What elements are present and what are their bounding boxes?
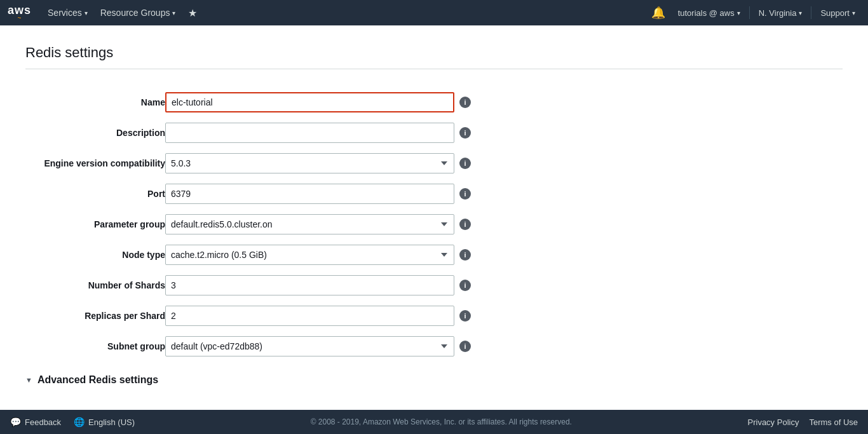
num-shards-label: Number of Shards bbox=[25, 270, 165, 301]
nav-right-section: 🔔 tutorials @ aws ▾ N. Virginia ▾ Suppor… bbox=[646, 6, 860, 20]
num-shards-field-container: i bbox=[165, 275, 843, 295]
nav-divider-2 bbox=[811, 6, 811, 19]
bell-icon[interactable]: 🔔 bbox=[646, 6, 670, 20]
parameter-group-info-icon[interactable]: i bbox=[459, 219, 471, 230]
region-menu[interactable]: N. Virginia ▾ bbox=[754, 8, 808, 18]
description-label: Description bbox=[25, 118, 165, 148]
name-input[interactable] bbox=[165, 92, 454, 112]
port-field-container: i bbox=[165, 184, 843, 204]
engine-version-row: Engine version compatibility 5.0.3 i bbox=[25, 148, 843, 179]
feedback-label: Feedback bbox=[25, 417, 61, 427]
nav-divider-1 bbox=[749, 6, 750, 19]
node-type-select[interactable]: cache.t2.micro (0.5 GiB) bbox=[165, 245, 454, 265]
name-field-container: i bbox=[165, 92, 843, 112]
parameter-group-row: Parameter group default.redis5.0.cluster… bbox=[25, 209, 843, 240]
user-menu[interactable]: tutorials @ aws ▾ bbox=[673, 8, 745, 18]
name-info-icon[interactable]: i bbox=[459, 97, 471, 108]
terms-of-use-link[interactable]: Terms of Use bbox=[809, 417, 858, 427]
name-row: Name i bbox=[25, 87, 843, 118]
resource-groups-chevron-icon: ▾ bbox=[172, 10, 175, 17]
subnet-group-label: Subnet group bbox=[25, 331, 165, 362]
description-input[interactable] bbox=[165, 123, 454, 143]
description-info-icon[interactable]: i bbox=[459, 127, 471, 139]
engine-version-info-icon[interactable]: i bbox=[459, 158, 471, 169]
description-field-cell: i bbox=[165, 118, 843, 148]
globe-icon: 🌐 bbox=[74, 417, 85, 427]
feedback-button[interactable]: 💬 Feedback bbox=[10, 417, 61, 427]
footer-links: Privacy Policy Terms of Use bbox=[748, 417, 858, 427]
support-menu-chevron-icon: ▾ bbox=[852, 10, 855, 17]
port-info-icon[interactable]: i bbox=[459, 188, 471, 200]
subnet-group-field-cell: default (vpc-ed72db88) i bbox=[165, 331, 843, 362]
language-selector[interactable]: 🌐 English (US) bbox=[74, 417, 135, 427]
footer: 💬 Feedback 🌐 English (US) © 2008 - 2019,… bbox=[0, 410, 868, 434]
engine-version-select[interactable]: 5.0.3 bbox=[165, 153, 454, 173]
num-shards-input[interactable] bbox=[165, 275, 454, 295]
node-type-field-cell: cache.t2.micro (0.5 GiB) i bbox=[165, 240, 843, 270]
port-input[interactable] bbox=[165, 184, 454, 204]
parameter-group-select[interactable]: default.redis5.0.cluster.on bbox=[165, 214, 454, 234]
parameter-group-field-container: default.redis5.0.cluster.on i bbox=[165, 214, 843, 234]
footer-copyright: © 2008 - 2019, Amazon Web Services, Inc.… bbox=[135, 417, 747, 426]
redis-settings-form: Name i Description i bbox=[25, 87, 843, 362]
replicas-field-cell: i bbox=[165, 301, 843, 331]
advanced-section-toggle[interactable]: ▼ Advanced Redis settings bbox=[25, 374, 843, 386]
subnet-group-row: Subnet group default (vpc-ed72db88) i bbox=[25, 331, 843, 362]
num-shards-info-icon[interactable]: i bbox=[459, 280, 471, 291]
language-label: English (US) bbox=[88, 417, 135, 427]
description-row: Description i bbox=[25, 118, 843, 148]
port-field-cell: i bbox=[165, 179, 843, 209]
services-chevron-icon: ▾ bbox=[85, 10, 88, 17]
support-menu[interactable]: Support ▾ bbox=[815, 8, 860, 18]
replicas-label: Replicas per Shard bbox=[25, 301, 165, 331]
advanced-section-title: Advanced Redis settings bbox=[37, 374, 158, 386]
replicas-row: Replicas per Shard i bbox=[25, 301, 843, 331]
engine-version-field-container: 5.0.3 i bbox=[165, 153, 843, 173]
section-title: Redis settings bbox=[25, 44, 843, 61]
replicas-input[interactable] bbox=[165, 306, 454, 326]
node-type-info-icon[interactable]: i bbox=[459, 249, 471, 261]
bookmark-icon[interactable]: ★ bbox=[182, 7, 203, 19]
advanced-chevron-icon: ▼ bbox=[25, 376, 32, 384]
num-shards-row: Number of Shards i bbox=[25, 270, 843, 301]
top-navigation: aws ~ Services ▾ Resource Groups ▾ ★ 🔔 t… bbox=[0, 0, 868, 25]
privacy-policy-link[interactable]: Privacy Policy bbox=[748, 417, 799, 427]
replicas-info-icon[interactable]: i bbox=[459, 310, 471, 322]
subnet-group-field-container: default (vpc-ed72db88) i bbox=[165, 336, 843, 356]
region-menu-chevron-icon: ▾ bbox=[799, 10, 802, 17]
name-label: Name bbox=[25, 87, 165, 118]
main-content: Redis settings Name i Description bbox=[0, 25, 868, 410]
port-row: Port i bbox=[25, 179, 843, 209]
aws-logo[interactable]: aws ~ bbox=[8, 4, 31, 22]
port-label: Port bbox=[25, 179, 165, 209]
num-shards-field-cell: i bbox=[165, 270, 843, 301]
engine-version-label: Engine version compatibility bbox=[25, 148, 165, 179]
name-field-cell: i bbox=[165, 87, 843, 118]
engine-version-field-cell: 5.0.3 i bbox=[165, 148, 843, 179]
subnet-group-info-icon[interactable]: i bbox=[459, 341, 471, 352]
user-menu-chevron-icon: ▾ bbox=[737, 10, 740, 17]
parameter-group-label: Parameter group bbox=[25, 209, 165, 240]
resource-groups-nav-item[interactable]: Resource Groups ▾ bbox=[94, 0, 182, 25]
replicas-field-container: i bbox=[165, 306, 843, 326]
description-field-container: i bbox=[165, 123, 843, 143]
section-divider bbox=[25, 69, 843, 69]
parameter-group-field-cell: default.redis5.0.cluster.on i bbox=[165, 209, 843, 240]
subnet-group-select[interactable]: default (vpc-ed72db88) bbox=[165, 336, 454, 356]
node-type-row: Node type cache.t2.micro (0.5 GiB) i bbox=[25, 240, 843, 270]
services-nav-item[interactable]: Services ▾ bbox=[41, 0, 94, 25]
feedback-icon: 💬 bbox=[10, 417, 21, 427]
node-type-label: Node type bbox=[25, 240, 165, 270]
node-type-field-container: cache.t2.micro (0.5 GiB) i bbox=[165, 245, 843, 265]
